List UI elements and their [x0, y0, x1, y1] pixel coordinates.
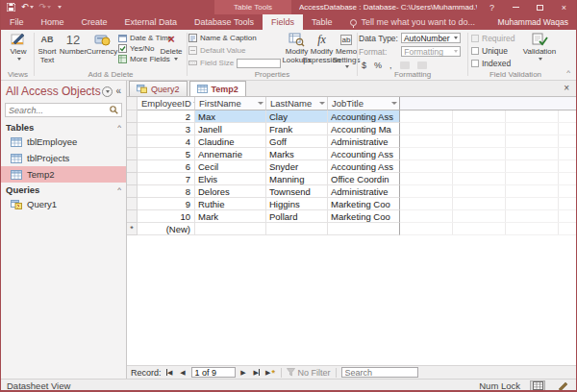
- nav-item-query[interactable]: Query1: [1, 196, 126, 212]
- first-record-button[interactable]: ◀: [164, 367, 175, 378]
- cell-firstname[interactable]: Mark: [195, 210, 266, 223]
- currency-format-button[interactable]: $: [362, 61, 366, 70]
- cell-firstname[interactable]: Delores: [195, 185, 266, 198]
- row-selector[interactable]: [127, 198, 138, 210]
- memo-settings-button[interactable]: ab Memo Settings: [335, 32, 358, 68]
- column-dropdown-icon[interactable]: [391, 102, 397, 105]
- memo-settings-dropdown-icon[interactable]: [345, 65, 349, 68]
- cell-jobtitle[interactable]: Accounting Ass: [328, 148, 400, 160]
- last-record-button[interactable]: ▶: [252, 367, 263, 378]
- cell-firstname[interactable]: Annemarie: [195, 148, 266, 160]
- undo-button[interactable]: ↶: [21, 3, 34, 12]
- column-dropdown-icon[interactable]: [258, 102, 263, 105]
- tables-collapse-icon[interactable]: ^: [117, 123, 121, 132]
- close-object-icon[interactable]: ×: [564, 84, 569, 93]
- cell-employeeid[interactable]: 9: [138, 198, 195, 210]
- nav-item-table[interactable]: tblProjects: [1, 150, 126, 166]
- cell-firstname[interactable]: Claudine: [195, 135, 266, 148]
- row-selector[interactable]: [127, 160, 138, 173]
- filter-indicator[interactable]: No Filter: [287, 368, 331, 378]
- validation-button[interactable]: Validation: [519, 32, 560, 61]
- record-search-input[interactable]: [342, 368, 417, 378]
- maximize-button[interactable]: [528, 0, 552, 14]
- cell-lastname[interactable]: Frank: [266, 123, 328, 135]
- customize-qat-icon[interactable]: [57, 6, 62, 9]
- cell-jobtitle[interactable]: Office Coordin: [328, 173, 400, 185]
- short-text-button[interactable]: AB Short Text: [36, 32, 59, 64]
- column-header[interactable]: FirstName: [195, 97, 266, 110]
- required-checkbox[interactable]: [471, 35, 479, 42]
- datasheet-view-button[interactable]: [530, 380, 545, 392]
- signed-in-user[interactable]: Muhammad Waqas: [498, 14, 568, 30]
- cell-employeeid[interactable]: 2: [138, 110, 195, 123]
- design-view-button[interactable]: [555, 380, 570, 392]
- cell-employeeid[interactable]: 10: [138, 210, 195, 223]
- cell-employeeid[interactable]: 8: [138, 185, 195, 198]
- new-row-selector[interactable]: *: [127, 223, 138, 235]
- row-selector[interactable]: [127, 210, 138, 223]
- row-selector[interactable]: [127, 185, 138, 198]
- ribbon-tab[interactable]: Table: [303, 14, 341, 30]
- more-fields-dropdown-icon[interactable]: [174, 58, 178, 61]
- column-header[interactable]: JobTitle: [328, 97, 400, 110]
- indexed-checkbox[interactable]: [471, 60, 479, 67]
- cell-firstname[interactable]: Elvis: [195, 173, 266, 185]
- cell-employeeid[interactable]: 3: [138, 123, 195, 135]
- close-button[interactable]: ×: [552, 0, 576, 14]
- cell-lastname[interactable]: Higgins: [266, 198, 328, 210]
- nav-pane-menu-icon[interactable]: [102, 86, 113, 97]
- cell-lastname[interactable]: Snyder: [266, 160, 328, 173]
- cell-employeeid[interactable]: 4: [138, 135, 195, 148]
- delete-button[interactable]: × Delete: [159, 32, 184, 57]
- number-button[interactable]: 12 Number: [60, 32, 87, 57]
- view-button[interactable]: View: [8, 32, 29, 61]
- save-icon[interactable]: [7, 3, 15, 12]
- cell-lastname[interactable]: Clay: [266, 110, 328, 123]
- cell-lastname[interactable]: Manning: [266, 173, 328, 185]
- nav-group-tables[interactable]: Tables ^: [1, 120, 126, 134]
- percent-format-button[interactable]: %: [374, 61, 382, 70]
- cell-employeeid[interactable]: 6: [138, 160, 195, 173]
- cell-lastname[interactable]: Marks: [266, 148, 328, 160]
- nav-search-input[interactable]: [9, 106, 110, 115]
- cell-firstname[interactable]: Cecil: [195, 160, 266, 173]
- comma-format-button[interactable]: ,: [389, 61, 392, 70]
- row-selector[interactable]: [127, 135, 138, 148]
- nav-item-table[interactable]: Temp2: [1, 166, 126, 183]
- cell-new[interactable]: (New): [138, 223, 195, 235]
- nav-search-box[interactable]: [5, 103, 122, 117]
- cell-jobtitle[interactable]: Marketing Coo: [328, 198, 400, 210]
- decrease-decimals-icon[interactable]: [417, 61, 427, 69]
- ribbon-tab[interactable]: External Data: [116, 14, 187, 30]
- tab-temp2[interactable]: Temp2: [189, 81, 246, 96]
- shutter-bar-collapse-icon[interactable]: «: [115, 86, 121, 96]
- queries-collapse-icon[interactable]: ^: [117, 185, 121, 194]
- column-dropdown-icon[interactable]: [319, 102, 325, 105]
- data-type-dropdown[interactable]: AutoNumber: [401, 33, 461, 43]
- nav-group-queries[interactable]: Queries ^: [1, 183, 126, 196]
- cell-lastname[interactable]: Pollard: [266, 210, 328, 223]
- field-size-input[interactable]: [237, 59, 281, 68]
- next-record-button[interactable]: ▶: [238, 367, 249, 378]
- cell-employeeid[interactable]: 7: [138, 173, 195, 185]
- select-all-corner[interactable]: [127, 97, 138, 110]
- column-header[interactable]: LastName: [266, 97, 328, 110]
- row-selector[interactable]: [127, 110, 138, 123]
- minimize-button[interactable]: [504, 0, 528, 14]
- cell-jobtitle[interactable]: Administrative: [328, 185, 400, 198]
- ribbon-tab[interactable]: File: [1, 14, 33, 30]
- name-caption-button[interactable]: Name & Caption: [188, 33, 257, 43]
- currency-button[interactable]: Currency: [88, 32, 116, 57]
- cell-firstname[interactable]: Ruthie: [195, 198, 266, 210]
- default-value-button[interactable]: Default Value: [188, 45, 245, 56]
- modify-expression-button[interactable]: fx Modify Expression: [310, 32, 334, 64]
- record-search-box[interactable]: [341, 367, 418, 378]
- ribbon-tab[interactable]: Home: [33, 14, 73, 30]
- ribbon-tab[interactable]: Database Tools: [186, 14, 263, 30]
- validation-dropdown-icon[interactable]: [539, 58, 542, 61]
- cell-lastname[interactable]: Townsend: [266, 185, 328, 198]
- previous-record-button[interactable]: ◀: [178, 367, 188, 378]
- tell-me-box[interactable]: Tell me what you want to do...: [340, 14, 475, 30]
- unique-checkbox[interactable]: [471, 47, 479, 55]
- nav-item-table[interactable]: tblEmployee: [1, 134, 126, 150]
